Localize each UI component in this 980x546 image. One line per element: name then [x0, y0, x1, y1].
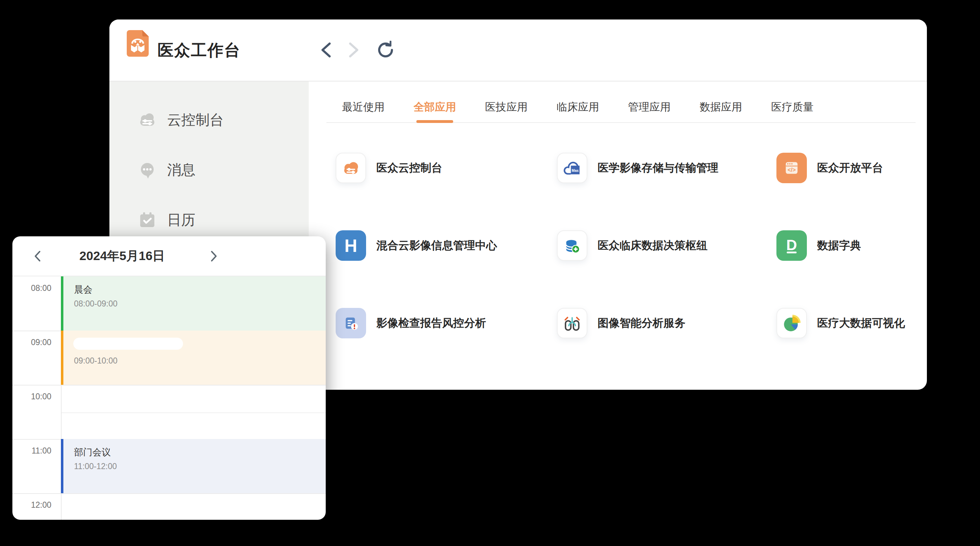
- app-big-data-visualization[interactable]: 医疗大数据可视化: [776, 308, 927, 338]
- masked-event-title: [73, 338, 183, 350]
- report-alert-icon: [336, 308, 366, 338]
- tabs-divider: [326, 122, 916, 123]
- calendar-check-icon: [137, 210, 157, 230]
- time-label: 09:00: [13, 338, 51, 347]
- event-title: 晨会: [74, 283, 326, 296]
- app-imaging-storage[interactable]: Mas 医学影像存储与传输管理: [557, 153, 776, 183]
- app-label: 医学影像存储与传输管理: [598, 161, 718, 176]
- event-masked[interactable]: 09:00-10:00: [61, 330, 326, 385]
- time-label: 12:00: [13, 500, 51, 510]
- svg-text:D: D: [786, 237, 797, 253]
- app-category-tabs: 最近使用 全部应用 医技应用 临床应用 管理应用 数据应用 医疗质量: [342, 100, 927, 122]
- app-image-ai-analysis[interactable]: 图像智能分析服务: [557, 308, 776, 338]
- back-button[interactable]: [316, 40, 336, 60]
- time-label: 08:00: [13, 283, 51, 293]
- tab-recently-used[interactable]: 最近使用: [342, 100, 385, 122]
- app-label: 医众开放平台: [817, 161, 883, 176]
- app-label: 数据字典: [817, 238, 861, 253]
- code-window-icon: </>: [776, 153, 807, 183]
- sidebar-item-label: 消息: [167, 160, 196, 180]
- tab-medtech-apps[interactable]: 医技应用: [485, 100, 528, 122]
- forward-button[interactable]: [344, 40, 364, 60]
- message-bubble-icon: [137, 160, 157, 180]
- calendar-day-view: 08:00 09:00 10:00 11:00 12:00 晨会 08:00-0…: [13, 276, 326, 520]
- event-time: 08:00-09:00: [74, 299, 326, 309]
- app-hybrid-cloud-imaging[interactable]: H 混合云影像信息管理中心: [336, 230, 557, 261]
- calendar-header: 2024年5月16日: [13, 236, 326, 276]
- app-clinical-data-hub[interactable]: 医众临床数据决策枢纽: [557, 230, 776, 261]
- dictionary-d-icon: D: [776, 230, 807, 261]
- app-logo-icon: [127, 30, 149, 57]
- sidebar-item-messages[interactable]: 消息: [110, 145, 309, 195]
- hour-row: [13, 385, 326, 439]
- cloud-sliders-icon: [336, 153, 366, 183]
- event-time: 11:00-12:00: [74, 462, 326, 471]
- calendar-panel: 2024年5月16日 08:00 09:00 10:00 11:00 12:00…: [13, 236, 326, 520]
- calendar-next-day-button[interactable]: [204, 236, 225, 276]
- tab-clinical-apps[interactable]: 临床应用: [557, 100, 599, 122]
- app-label: 图像智能分析服务: [598, 316, 686, 330]
- event-title: 部门会议: [74, 446, 326, 458]
- event-time: 09:00-10:00: [74, 356, 326, 366]
- app-label: 医众临床数据决策枢纽: [598, 238, 707, 253]
- cloud-storage-icon: Mas: [557, 153, 587, 183]
- sidebar-item-label: 日历: [167, 210, 196, 230]
- sidebar-item-label: 云控制台: [167, 110, 224, 130]
- title-bar: 医众工作台: [110, 19, 927, 81]
- tab-medical-quality[interactable]: 医疗质量: [771, 100, 814, 122]
- app-grid: 医众云控制台 Mas 医学影像存储与传输管理: [336, 153, 927, 338]
- letter-h-icon: H: [336, 230, 366, 261]
- tab-all-apps[interactable]: 全部应用: [414, 100, 456, 122]
- cloud-settings-icon: [137, 110, 157, 130]
- event-department-meeting[interactable]: 部门会议 11:00-12:00: [61, 439, 326, 493]
- app-label: 医众云控制台: [376, 161, 442, 176]
- sidebar-item-cloud-console[interactable]: 云控制台: [110, 95, 309, 145]
- tab-data-apps[interactable]: 数据应用: [700, 100, 742, 122]
- refresh-button[interactable]: [375, 40, 396, 60]
- app-title: 医众工作台: [158, 19, 241, 81]
- event-morning-meeting[interactable]: 晨会 08:00-09:00: [61, 276, 326, 330]
- app-label: 医疗大数据可视化: [817, 316, 905, 330]
- app-report-risk-analysis[interactable]: 影像检查报告风控分析: [336, 308, 557, 338]
- svg-text:Mas: Mas: [572, 169, 579, 172]
- time-label: 10:00: [13, 392, 51, 401]
- database-plus-icon: [557, 230, 587, 261]
- hour-row: [13, 493, 326, 520]
- lungs-icon: [557, 308, 587, 338]
- app-cloud-console[interactable]: 医众云控制台: [336, 153, 557, 183]
- app-label: 影像检查报告风控分析: [376, 316, 486, 330]
- content-area: 最近使用 全部应用 医技应用 临床应用 管理应用 数据应用 医疗质量: [309, 81, 927, 390]
- svg-text:H: H: [345, 236, 357, 256]
- pie-chart-icon: [776, 308, 807, 338]
- time-label: 11:00: [13, 446, 51, 456]
- calendar-prev-day-button[interactable]: [27, 236, 48, 276]
- svg-text:</>: </>: [788, 167, 796, 173]
- tab-management-apps[interactable]: 管理应用: [628, 100, 671, 122]
- app-data-dictionary[interactable]: D 数据字典: [776, 230, 927, 261]
- app-open-platform[interactable]: </> 医众开放平台: [776, 153, 927, 183]
- app-label: 混合云影像信息管理中心: [376, 238, 497, 253]
- calendar-date: 2024年5月16日: [55, 236, 189, 276]
